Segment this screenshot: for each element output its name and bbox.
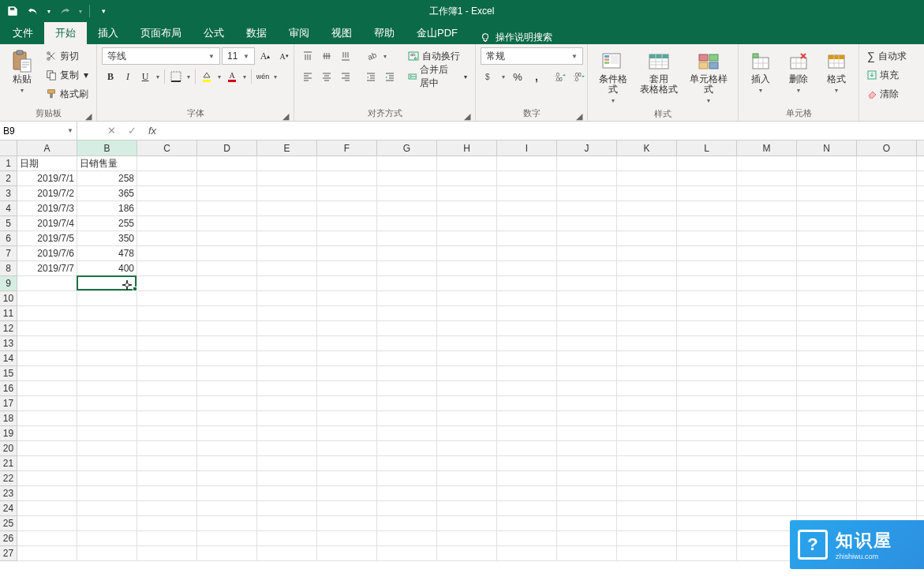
cell[interactable] — [737, 306, 797, 321]
copy-button[interactable]: 复制▾ — [43, 66, 92, 84]
cell[interactable] — [797, 276, 857, 291]
cell[interactable] — [917, 261, 924, 276]
cell[interactable] — [797, 456, 857, 471]
cell[interactable] — [17, 306, 77, 321]
undo-dropdown[interactable]: ▼ — [44, 2, 54, 20]
cell[interactable] — [197, 276, 257, 291]
cell[interactable] — [257, 501, 317, 516]
cell[interactable] — [737, 366, 797, 381]
cell[interactable] — [437, 486, 497, 501]
cell[interactable] — [317, 396, 377, 411]
cell[interactable] — [377, 321, 437, 336]
cell[interactable] — [377, 501, 437, 516]
cell[interactable] — [737, 456, 797, 471]
cell[interactable] — [677, 186, 737, 201]
cell[interactable] — [197, 351, 257, 366]
cell[interactable] — [917, 321, 924, 336]
cell[interactable] — [917, 186, 924, 201]
tab-help[interactable]: 帮助 — [363, 22, 406, 44]
cell[interactable] — [797, 171, 857, 186]
cell[interactable] — [797, 216, 857, 231]
cell[interactable] — [257, 186, 317, 201]
increase-font-button[interactable]: A▴ — [256, 47, 274, 65]
cell[interactable] — [797, 261, 857, 276]
cell[interactable] — [17, 531, 77, 546]
fill-color-dropdown[interactable]: ▾ — [215, 68, 223, 85]
cell[interactable] — [497, 261, 557, 276]
cell[interactable] — [437, 171, 497, 186]
cell[interactable] — [437, 156, 497, 171]
cell[interactable] — [617, 186, 677, 201]
font-color-button[interactable]: A — [223, 68, 241, 85]
decrease-decimal-button[interactable]: .00.0 — [570, 68, 588, 85]
cell[interactable] — [617, 471, 677, 486]
cell[interactable] — [17, 501, 77, 516]
cell[interactable] — [677, 411, 737, 426]
cell[interactable] — [317, 546, 377, 561]
cell[interactable] — [437, 291, 497, 306]
cell[interactable] — [737, 501, 797, 516]
cell[interactable] — [77, 396, 137, 411]
cell[interactable] — [557, 336, 617, 351]
cell[interactable] — [17, 516, 77, 531]
cell[interactable] — [497, 366, 557, 381]
cell[interactable] — [617, 381, 677, 396]
cell[interactable] — [17, 411, 77, 426]
cell[interactable] — [377, 441, 437, 456]
cell[interactable] — [917, 216, 924, 231]
cell[interactable] — [617, 306, 677, 321]
cell[interactable] — [857, 201, 917, 216]
cell[interactable] — [917, 366, 924, 381]
cell[interactable] — [377, 276, 437, 291]
cell[interactable] — [557, 396, 617, 411]
orientation-dropdown[interactable]: ▾ — [381, 47, 389, 65]
row-header-18[interactable]: 18 — [0, 411, 17, 426]
underline-button[interactable]: U — [137, 68, 154, 85]
cell[interactable] — [497, 396, 557, 411]
autosum-button[interactable]: ∑自动求 — [864, 47, 910, 65]
cell[interactable] — [917, 201, 924, 216]
cell[interactable] — [77, 366, 137, 381]
cell[interactable] — [557, 486, 617, 501]
cell[interactable] — [617, 171, 677, 186]
cell-styles-button[interactable]: 单元格样式▼ — [684, 47, 733, 107]
col-header-N[interactable]: N — [797, 141, 857, 156]
cell[interactable] — [197, 426, 257, 441]
cell[interactable] — [677, 291, 737, 306]
cell[interactable] — [857, 441, 917, 456]
cell[interactable] — [617, 456, 677, 471]
cell[interactable] — [17, 546, 77, 561]
cell[interactable] — [497, 456, 557, 471]
decrease-font-button[interactable]: A▾ — [275, 47, 293, 65]
cell[interactable] — [557, 171, 617, 186]
cell[interactable] — [677, 471, 737, 486]
cell[interactable] — [857, 291, 917, 306]
cell[interactable] — [377, 231, 437, 246]
cell[interactable] — [737, 426, 797, 441]
cell[interactable] — [77, 291, 137, 306]
cell[interactable] — [377, 411, 437, 426]
col-header-C[interactable]: C — [137, 141, 197, 156]
cell[interactable] — [317, 216, 377, 231]
cell[interactable] — [617, 231, 677, 246]
cell[interactable] — [17, 456, 77, 471]
cell[interactable] — [737, 321, 797, 336]
cell[interactable] — [617, 486, 677, 501]
cell[interactable] — [857, 336, 917, 351]
cell[interactable] — [77, 546, 137, 561]
cell[interactable] — [377, 486, 437, 501]
cell[interactable] — [797, 486, 857, 501]
cell[interactable] — [137, 246, 197, 261]
cell[interactable] — [137, 186, 197, 201]
cell[interactable] — [17, 276, 77, 291]
tab-formulas[interactable]: 公式 — [193, 22, 235, 44]
cell[interactable] — [917, 351, 924, 366]
cell[interactable] — [617, 531, 677, 546]
cell[interactable] — [557, 441, 617, 456]
cell[interactable] — [797, 441, 857, 456]
col-header-L[interactable]: L — [677, 141, 737, 156]
cell[interactable] — [137, 156, 197, 171]
cell[interactable] — [857, 186, 917, 201]
cell[interactable]: 日期 — [17, 156, 77, 171]
cell[interactable] — [197, 336, 257, 351]
